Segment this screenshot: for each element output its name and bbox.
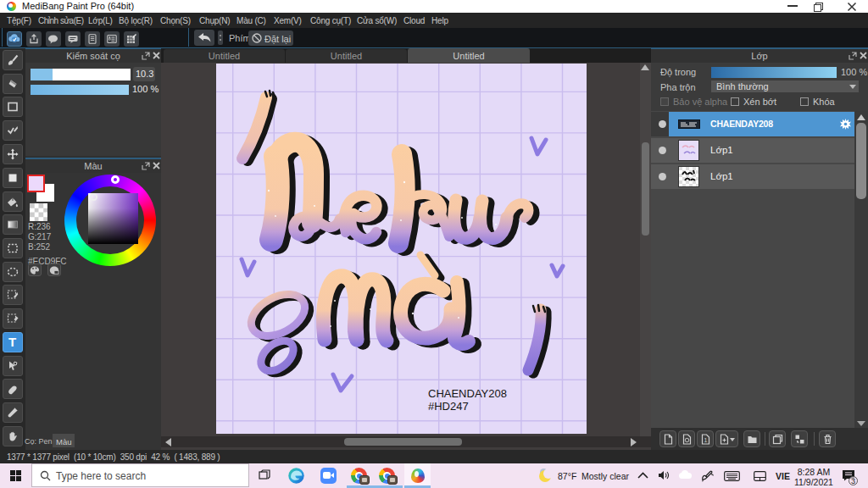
svg-text:CHAENDAY208: CHAENDAY208 xyxy=(428,387,507,400)
svg-text:1: 1 xyxy=(704,437,708,443)
svg-text:#HD247: #HD247 xyxy=(428,400,469,413)
